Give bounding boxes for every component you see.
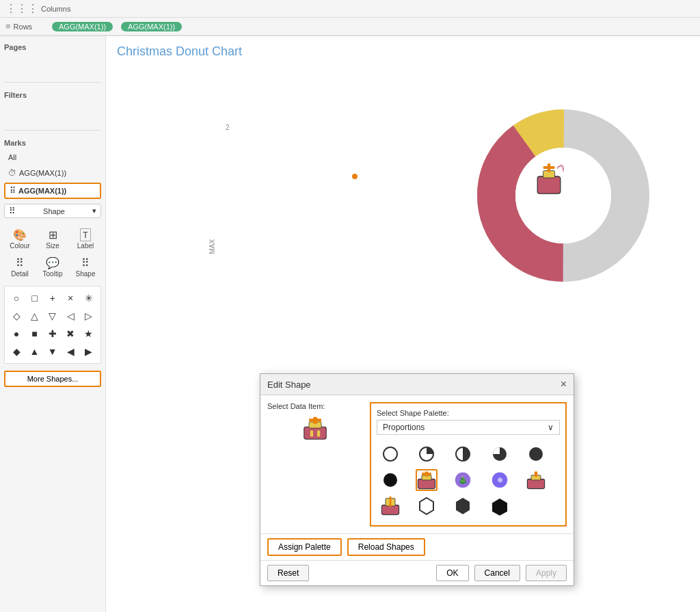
shape-x[interactable]: × [63,291,78,306]
svg-text:🎄: 🎄 [458,475,468,485]
label-button[interactable]: T Label [70,226,101,252]
palette-three-quarter-pie[interactable] [489,443,511,465]
svg-text:❄: ❄ [496,476,502,484]
y-axis-num: 2 [226,124,230,131]
pages-section-title: Pages [4,40,101,53]
apply-button[interactable]: Apply [526,565,567,581]
assign-palette-button[interactable]: Assign Palette [267,538,342,556]
shape-diamond[interactable]: ◇ [9,308,24,323]
palette-santa-bag-selected[interactable] [416,469,438,491]
select-palette-label: Select Shape Palette: [377,409,560,417]
shape-filled-x[interactable]: ✖ [63,326,78,341]
detail-button[interactable]: ⠿ Detail [4,254,36,280]
shape-star[interactable]: ★ [81,326,96,341]
palette-xmas-3[interactable]: ❄ [489,469,511,491]
svg-point-14 [383,447,397,461]
tooltip-button[interactable]: 💬 Tooltip [37,254,68,280]
sidebar: Pages Filters Marks All ⏱ AGG(MAX(1)) ⠿ … [0,36,106,612]
shape-square[interactable]: □ [27,291,42,306]
shape-circle[interactable]: ○ [9,291,24,306]
palette-half-pie[interactable] [452,443,474,465]
rows-pill-1: AGG(MAX(1)) [52,22,113,31]
ok-button[interactable]: OK [436,565,468,581]
palette-dropdown-arrow: ∨ [548,423,554,432]
reset-button[interactable]: Reset [267,565,309,581]
marks-item-1-label: AGG(MAX(1)) [19,169,66,177]
svg-rect-30 [535,471,537,477]
dialog-close-button[interactable]: × [561,378,567,390]
mark-type-dropdown[interactable]: ⠿ Shape ▾ [4,204,101,218]
palette-value: Proportions [383,423,425,432]
marks-section-title: Marks [4,136,101,148]
palette-full-circle[interactable] [525,443,547,465]
cancel-button[interactable]: Cancel [474,565,520,581]
svg-point-18 [529,447,543,461]
data-item-svg [303,416,327,440]
shape-filled-triangle-left[interactable]: ◀ [63,344,78,359]
rows-label: Rows [14,23,33,31]
shape-asterisk[interactable]: ✳ [81,291,96,306]
rows-pill-2: AGG(MAX(1)) [121,22,182,31]
top-area: ⋮⋮⋮ Columns ≡ Rows AGG(MAX(1)) AGG(MAX(1… [0,0,700,36]
palette-xmas-5[interactable] [379,495,401,517]
dialog-right-panel: Select Shape Palette: Proportions ∨ [370,402,567,527]
shape-triangle-right[interactable]: ▷ [81,308,96,323]
data-dot [352,174,358,179]
mark-type-label: Shape [43,207,65,215]
shape-plus[interactable]: + [45,291,60,306]
svg-rect-12 [310,431,313,437]
marks-grid-icon: ⠿ [10,186,16,196]
app-container: ⋮⋮⋮ Columns ≡ Rows AGG(MAX(1)) AGG(MAX(1… [0,0,700,612]
shape-triangle-left[interactable]: ◁ [63,308,78,323]
shape-triangle-up[interactable]: △ [27,308,42,323]
dialog-left-panel: Select Data Item: [267,402,363,527]
dialog-title: Edit Shape [267,380,311,390]
marks-item-all[interactable]: All [4,151,101,163]
marks-item-1[interactable]: ⏱ AGG(MAX(1)) [4,166,101,180]
palette-empty-circle[interactable] [379,443,401,465]
colour-icon: 🎨 [13,228,27,241]
chart-title: Christmas Donut Chart [106,36,700,59]
main-area: Pages Filters Marks All ⏱ AGG(MAX(1)) ⠿ … [0,36,700,612]
shape-filled-triangle-up[interactable]: ▲ [27,344,42,359]
shape-triangle-down[interactable]: ▽ [45,308,60,323]
shape-filled-circle[interactable]: ● [9,326,24,341]
mark-type-arrow: ▾ [92,207,96,215]
shape-button[interactable]: ⠿ Shape [70,254,101,280]
svg-rect-33 [390,496,392,507]
shape-filled-triangle-right[interactable]: ▶ [81,344,96,359]
palette-xmas-4[interactable] [525,469,547,491]
rows-shelf: ≡ Rows AGG(MAX(1)) AGG(MAX(1)) [0,18,700,36]
size-button[interactable]: ⊞ Size [37,226,68,252]
filters-section-title: Filters [4,88,101,101]
shape-filled-plus[interactable]: ✚ [45,326,60,341]
tooltip-label: Tooltip [43,270,63,278]
size-label: Size [46,242,59,250]
svg-marker-36 [492,498,507,516]
donut-chart [468,100,659,291]
edit-shape-dialog: Edit Shape × Select Data Item: [260,373,574,586]
palette-hexagon-filled-2[interactable] [489,495,511,517]
shape-palette: ○ □ + × ✳ ◇ △ ▽ ◁ ▷ ● ■ ✚ ✖ ★ ◆ ▲ [4,286,101,364]
shape-filled-diamond[interactable]: ◆ [9,344,24,359]
donut-svg [468,100,659,291]
detail-icon: ⠿ [16,256,24,269]
reload-shapes-button[interactable]: Reload Shapes [347,538,425,556]
palette-hexagon-filled[interactable] [452,495,474,517]
marks-item-2-selected[interactable]: ⠿ AGG(MAX(1)) [4,183,101,199]
data-item-selected[interactable] [267,413,363,443]
palette-filled-circle-2[interactable] [379,469,401,491]
colour-button[interactable]: 🎨 Colour [4,226,36,252]
shape-filled-triangle-down[interactable]: ▼ [45,344,60,359]
shape-filled-square[interactable]: ■ [27,326,42,341]
svg-marker-35 [456,498,470,514]
svg-rect-28 [527,479,544,489]
svg-rect-11 [309,418,321,421]
palette-hexagon-outline[interactable] [416,495,438,517]
more-shapes-button[interactable]: More Shapes... [4,371,101,387]
palette-dropdown[interactable]: Proportions ∨ [377,420,560,435]
svg-rect-8 [304,427,326,439]
palette-quarter-pie[interactable] [416,443,438,465]
marks-item-2-label: AGG(MAX(1)) [18,187,66,195]
palette-xmas-2[interactable]: 🎄 [452,469,474,491]
